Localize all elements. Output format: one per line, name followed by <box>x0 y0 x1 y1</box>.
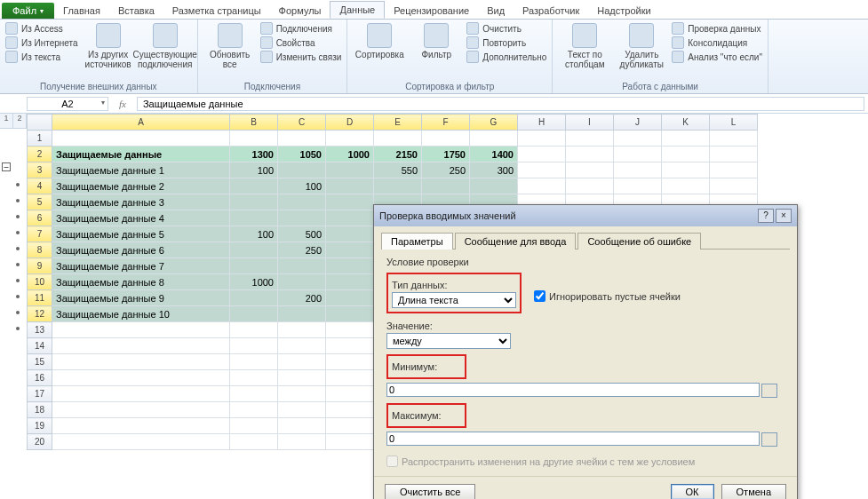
cell[interactable] <box>710 162 758 178</box>
cell[interactable] <box>326 338 374 354</box>
cell[interactable] <box>278 306 326 322</box>
cell[interactable]: 500 <box>278 226 326 242</box>
ribbon-item[interactable]: Из Access <box>5 21 78 36</box>
cell[interactable] <box>518 178 566 194</box>
col-header-F[interactable]: F <box>422 115 470 131</box>
cell[interactable]: Защищаемые данные <box>52 147 230 162</box>
cell[interactable] <box>662 147 710 162</box>
cell[interactable] <box>278 131 326 147</box>
cell[interactable] <box>278 162 326 178</box>
row-header-5[interactable]: 5 <box>28 194 52 210</box>
cell[interactable] <box>52 322 230 338</box>
cell[interactable] <box>518 131 566 147</box>
cell[interactable]: Защищаемые данные 8 <box>52 274 230 290</box>
tab-file[interactable]: Файл <box>2 3 54 19</box>
cell[interactable]: Защищаемые данные 5 <box>52 226 230 242</box>
cell[interactable] <box>230 258 278 274</box>
cell[interactable] <box>230 402 278 418</box>
cell[interactable] <box>566 162 614 178</box>
cell[interactable] <box>614 162 662 178</box>
cell[interactable]: 1000 <box>326 147 374 162</box>
cell[interactable] <box>230 354 278 370</box>
max-ref-icon[interactable] <box>761 432 777 447</box>
outline-collapse-icon[interactable]: – <box>2 162 11 171</box>
ribbon-button[interactable]: Фильтр <box>410 21 463 61</box>
cell[interactable]: 250 <box>278 242 326 258</box>
ribbon-button[interactable]: Сортировка <box>353 21 406 61</box>
cell[interactable] <box>566 178 614 194</box>
cell[interactable]: 100 <box>278 178 326 194</box>
cell[interactable] <box>52 386 230 402</box>
row-header-19[interactable]: 19 <box>28 418 52 434</box>
cell[interactable]: Защищаемые данные 9 <box>52 290 230 306</box>
cell[interactable] <box>278 370 326 386</box>
ignore-blank-checkbox[interactable] <box>534 290 545 302</box>
cell[interactable] <box>52 338 230 354</box>
cell[interactable] <box>566 147 614 162</box>
cell[interactable] <box>614 131 662 147</box>
cell[interactable] <box>326 386 374 402</box>
cell[interactable] <box>326 258 374 274</box>
outline-level-1[interactable]: 1 <box>0 114 13 128</box>
ribbon-item[interactable]: Консолидация <box>672 36 762 50</box>
cell[interactable]: 100 <box>230 162 278 178</box>
select-all-corner[interactable] <box>28 115 52 131</box>
cell[interactable] <box>326 242 374 258</box>
cell[interactable]: Защищаемые данные 2 <box>52 178 230 194</box>
cell[interactable] <box>326 194 374 210</box>
cell[interactable] <box>278 434 326 450</box>
cell[interactable]: Защищаемые данные 6 <box>52 242 230 258</box>
cell[interactable] <box>326 162 374 178</box>
cell[interactable] <box>326 226 374 242</box>
cell[interactable]: 1050 <box>278 147 326 162</box>
cell[interactable] <box>278 274 326 290</box>
ribbon-button[interactable]: Существующие подключения <box>139 21 192 71</box>
tab-данные[interactable]: Данные <box>330 1 385 19</box>
ribbon-item[interactable]: Свойства <box>260 36 342 50</box>
cell[interactable] <box>374 178 422 194</box>
col-header-E[interactable]: E <box>374 115 422 131</box>
max-input[interactable] <box>386 432 760 446</box>
cell[interactable] <box>518 162 566 178</box>
cell[interactable] <box>662 178 710 194</box>
cell[interactable]: Защищаемые данные 7 <box>52 258 230 274</box>
cell[interactable]: 2150 <box>374 147 422 162</box>
ribbon-item[interactable]: Изменить связи <box>260 50 342 64</box>
cell[interactable] <box>710 178 758 194</box>
row-header-3[interactable]: 3 <box>28 162 52 178</box>
dialog-titlebar[interactable]: Проверка вводимых значений ? × <box>374 205 797 226</box>
cell[interactable] <box>422 131 470 147</box>
cell[interactable] <box>230 338 278 354</box>
col-header-K[interactable]: K <box>662 115 710 131</box>
cell[interactable] <box>278 258 326 274</box>
ribbon-item[interactable]: Из Интернета <box>5 36 78 50</box>
ribbon-item[interactable]: Проверка данных <box>672 21 762 36</box>
cell[interactable] <box>52 418 230 434</box>
cell[interactable] <box>470 178 518 194</box>
cell[interactable] <box>662 131 710 147</box>
cell[interactable] <box>278 322 326 338</box>
cell[interactable] <box>230 178 278 194</box>
col-header-B[interactable]: B <box>230 115 278 131</box>
ribbon-item[interactable]: Из текста <box>5 50 78 64</box>
help-button[interactable]: ? <box>758 209 774 223</box>
ribbon-item[interactable]: Повторить <box>466 36 546 50</box>
cell[interactable] <box>230 386 278 402</box>
cell[interactable] <box>326 290 374 306</box>
value-select[interactable]: между <box>386 333 511 349</box>
ribbon-item[interactable]: Очистить <box>466 21 546 36</box>
cell[interactable] <box>278 338 326 354</box>
cell[interactable] <box>278 402 326 418</box>
cell[interactable] <box>278 418 326 434</box>
cell[interactable] <box>278 210 326 226</box>
col-header-L[interactable]: L <box>710 115 758 131</box>
outline-level-2[interactable]: 2 <box>13 114 27 128</box>
cell[interactable] <box>326 274 374 290</box>
cell[interactable] <box>52 434 230 450</box>
row-header-1[interactable]: 1 <box>28 131 52 147</box>
cell[interactable] <box>326 434 374 450</box>
col-header-J[interactable]: J <box>614 115 662 131</box>
row-header-6[interactable]: 6 <box>28 210 52 226</box>
clear-all-button[interactable]: Очистить все <box>385 484 475 499</box>
cell[interactable] <box>230 131 278 147</box>
